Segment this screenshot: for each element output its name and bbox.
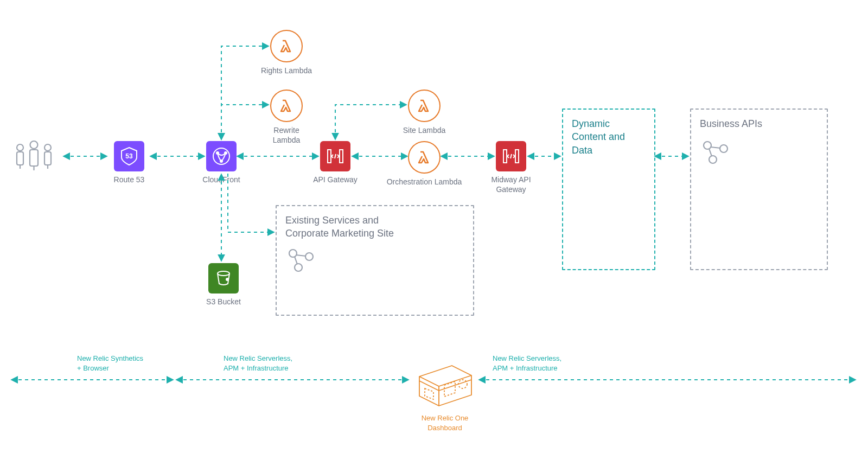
bottom-connectors (0, 0, 868, 453)
